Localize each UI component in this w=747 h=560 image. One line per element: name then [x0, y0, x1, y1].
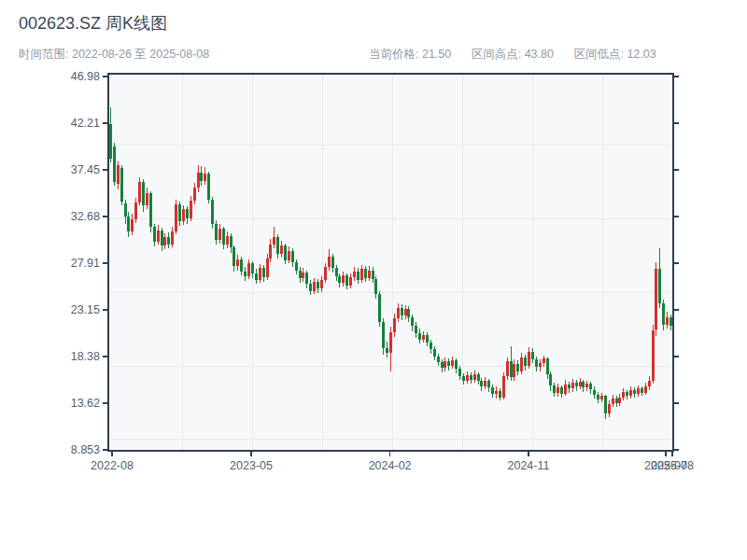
candle-body [528, 352, 530, 367]
y-axis-label: 46.98 [71, 69, 100, 84]
candle-body [655, 269, 657, 329]
candle-body [582, 382, 585, 387]
candle-body [357, 272, 359, 280]
candle-body [418, 333, 421, 340]
candle-body [510, 361, 513, 377]
candle-body [262, 268, 265, 276]
candle-body [499, 391, 501, 398]
price-stats: 当前价格: 21.50 区间高点: 43.80 区间低点: 12.03 [369, 47, 673, 63]
candle-body [335, 268, 338, 275]
candle-body [328, 257, 331, 268]
candle-body [338, 276, 341, 283]
candle-body [240, 259, 243, 272]
candle-body [131, 219, 134, 231]
candle-body [197, 173, 200, 189]
vertical-gridline [182, 75, 183, 450]
horizontal-gridline [109, 145, 672, 146]
candle-body [484, 381, 486, 386]
candle-body [608, 404, 611, 413]
candle-body [382, 322, 385, 348]
candle-body [433, 349, 436, 356]
y-axis-tick [103, 449, 109, 451]
candle-body [266, 259, 269, 277]
candle-body [342, 275, 345, 283]
candle-body [218, 229, 221, 240]
candle-body [284, 245, 287, 260]
vertical-gridline [462, 75, 463, 450]
candle-body [502, 376, 505, 398]
candle-body [407, 309, 410, 316]
candle-body [615, 399, 618, 403]
candle-body [305, 273, 308, 285]
candle-body [441, 362, 444, 368]
candle-body [658, 269, 661, 303]
candle-body [397, 308, 400, 317]
candle-body [368, 271, 371, 278]
candle-body [641, 388, 643, 392]
candle-body [302, 273, 304, 278]
stat-range-low: 区间低点: 12.03 [573, 48, 655, 61]
candle-body [662, 303, 665, 325]
y-axis-label: 13.62 [71, 396, 100, 411]
y-axis-tick-right [672, 309, 679, 311]
candle-body [190, 201, 192, 218]
y-axis-tick [103, 309, 109, 311]
candle-body [324, 267, 327, 280]
candle-body [244, 272, 247, 276]
x-axis-tick [389, 450, 391, 456]
candle-body [666, 317, 669, 325]
candle-body [393, 318, 396, 332]
candle-body [193, 188, 196, 201]
candle-body [447, 361, 450, 366]
candle-body [230, 236, 233, 248]
candle-body [487, 381, 490, 387]
candle-body [604, 396, 607, 413]
candle-body [401, 308, 403, 315]
candle-body [644, 386, 647, 392]
candle-body [444, 361, 446, 368]
x-axis-tick [111, 450, 113, 456]
candle-body [593, 390, 596, 395]
x-axis-tick [665, 450, 667, 456]
candle-body [568, 385, 571, 388]
candle-body [626, 392, 628, 396]
candle-body [589, 384, 592, 389]
y-axis-label: 8.853 [71, 442, 100, 457]
candle-body [543, 358, 545, 363]
candle-body [146, 193, 148, 206]
y-axis-label: 37.45 [71, 162, 100, 177]
candle-body [579, 382, 582, 386]
y-axis-label: 23.15 [71, 302, 100, 317]
candle-body [585, 384, 588, 387]
candle-body [204, 174, 206, 181]
candle-body [226, 236, 229, 245]
y-axis-tick-right [672, 122, 679, 124]
candle-body [513, 364, 515, 377]
candle-body [200, 173, 203, 181]
candle-body [618, 398, 621, 403]
y-axis-label: 32.68 [71, 209, 100, 224]
y-axis-tick [103, 262, 109, 264]
candle-body [455, 360, 458, 369]
candle-body [186, 209, 189, 217]
chart-title: 002623.SZ 周K线图 [19, 12, 167, 35]
candle-body [215, 224, 218, 240]
candle-body [495, 391, 498, 394]
candle-body [374, 279, 377, 294]
y-axis-tick-right [672, 356, 679, 357]
candle-body [669, 317, 672, 326]
candle-body [247, 263, 250, 276]
stat-current-price: 当前价格: 21.50 [369, 48, 451, 61]
y-axis-tick-right [672, 449, 679, 451]
candle-body [637, 388, 640, 393]
horizontal-gridline [109, 292, 672, 293]
y-axis-label: 42.21 [71, 116, 100, 131]
candle-body [291, 251, 294, 263]
candle-body [557, 387, 559, 392]
candle-body [364, 269, 367, 277]
candle-body [273, 237, 275, 245]
y-axis-tick-right [672, 76, 679, 77]
candle-body [600, 396, 603, 399]
candle-body [109, 124, 112, 159]
candle-body [353, 272, 356, 277]
